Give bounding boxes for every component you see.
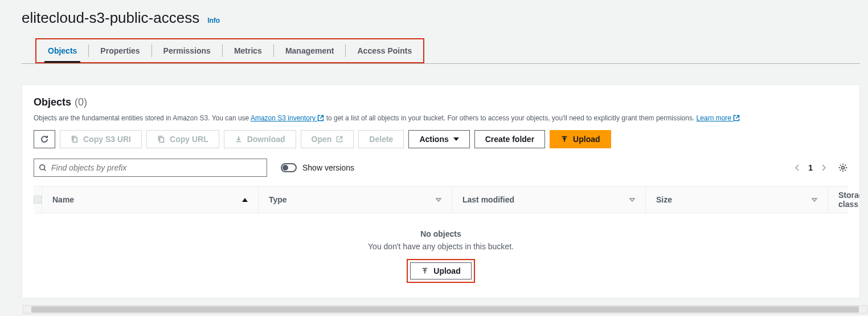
column-label: Size [656,195,672,204]
upload-button[interactable]: Upload [550,130,611,148]
objects-title: Objects [34,96,71,108]
info-link[interactable]: Info [207,17,220,25]
empty-upload-highlight: Upload [407,259,474,283]
objects-header: Objects (0) [34,96,848,108]
bucket-name-title: elitecloud-s3-public-access [22,9,199,27]
column-header-last-modified[interactable]: Last modified [452,187,646,213]
open-button[interactable]: Open [301,130,354,148]
upload-icon [421,267,429,275]
column-label: Storage class [838,191,860,209]
objects-table-header: Name Type Last modified Size Storage cla… [34,186,848,213]
button-label: Upload [433,266,460,276]
tab-properties[interactable]: Properties [89,39,151,62]
tabs-highlight: Objects Properties Permissions Metrics M… [35,38,424,63]
sort-asc-icon [242,198,248,202]
page-header: elitecloud-s3-public-access Info [0,0,868,38]
actions-dropdown[interactable]: Actions [408,130,469,148]
next-page-icon[interactable] [821,164,826,172]
tab-metrics[interactable]: Metrics [223,39,273,62]
prev-page-icon[interactable] [795,164,800,172]
button-label: Delete [369,135,393,144]
copy-s3-uri-button[interactable]: Copy S3 URI [60,130,142,148]
button-label: Copy URL [170,135,208,144]
search-box[interactable] [34,159,267,177]
tab-permissions[interactable]: Permissions [152,39,222,62]
inventory-link[interactable]: Amazon S3 inventory [251,114,324,122]
tab-objects[interactable]: Objects [36,39,88,62]
pagination: 1 [795,163,848,173]
column-header-size[interactable]: Size [646,187,828,213]
sort-icon [629,197,635,202]
refresh-icon [40,135,49,144]
copy-icon [157,135,165,143]
tab-access-points[interactable]: Access Points [346,39,423,62]
sort-icon [436,197,441,202]
objects-panel: Objects (0) Objects are the fundamental … [22,84,860,298]
button-label: Create folder [485,135,534,144]
delete-button[interactable]: Delete [358,130,404,148]
tab-management[interactable]: Management [274,39,346,62]
search-icon [39,164,47,172]
toggle-label: Show versions [302,163,354,172]
select-all-checkbox[interactable] [34,187,42,213]
svg-point-1 [842,167,845,169]
show-versions-toggle[interactable]: Show versions [281,163,354,172]
column-label: Type [269,195,287,204]
column-header-type[interactable]: Type [259,187,452,213]
sort-icon [812,197,817,202]
page-number: 1 [808,163,813,172]
create-folder-button[interactable]: Create folder [474,130,545,148]
checkbox-icon [34,196,42,204]
learn-more-link[interactable]: Learn more [697,114,740,122]
settings-gear-icon[interactable] [838,163,848,173]
copy-icon [71,135,79,143]
search-input[interactable] [51,163,262,172]
tabs-container: Objects Properties Permissions Metrics M… [22,38,860,64]
download-icon [235,135,243,143]
upload-icon [560,135,568,143]
objects-count: (0) [75,96,87,108]
empty-subtitle: You don't have any objects in this bucke… [34,242,848,251]
desc-text: to get a list of all objects in your buc… [326,114,697,122]
copy-url-button[interactable]: Copy URL [146,130,219,148]
column-label: Last modified [462,195,514,204]
column-header-name[interactable]: Name [42,187,259,213]
button-label: Upload [573,135,600,144]
empty-upload-button[interactable]: Upload [410,262,471,279]
external-link-icon [336,136,343,143]
external-link-icon [733,115,740,121]
empty-state: No objects You don't have any objects in… [34,213,848,293]
button-label: Actions [419,135,448,144]
column-label: Name [52,195,74,204]
objects-toolbar: Copy S3 URI Copy URL Download Open Delet… [34,130,848,148]
toggle-switch-icon [281,163,297,172]
tabs-inner: Objects Properties Permissions Metrics M… [36,39,423,62]
objects-description: Objects are the fundamental entities sto… [34,113,848,123]
button-label: Open [312,135,332,144]
scrollbar-thumb[interactable] [31,306,859,313]
caret-down-icon [453,137,459,141]
horizontal-scrollbar[interactable] [23,305,867,314]
svg-point-0 [40,165,45,170]
download-button[interactable]: Download [224,130,296,148]
empty-title: No objects [34,229,848,238]
button-label: Copy S3 URI [83,135,131,144]
button-label: Download [247,135,285,144]
filter-row: Show versions 1 [34,159,848,177]
desc-text: Objects are the fundamental entities sto… [34,114,251,122]
external-link-icon [317,115,324,121]
refresh-button[interactable] [34,130,55,148]
column-header-storage-class[interactable]: Storage class [828,187,860,213]
